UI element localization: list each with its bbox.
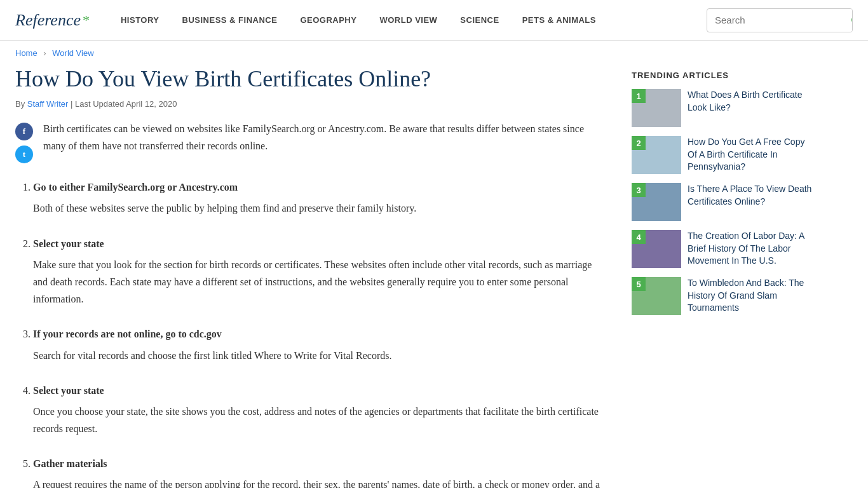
logo-text: Reference: [15, 11, 81, 30]
site-logo[interactable]: Reference*: [15, 11, 89, 30]
nav-geography[interactable]: GEOGRAPHY: [288, 15, 368, 25]
step-body: Once you choose your state, the site sho…: [33, 403, 606, 437]
trending-num: 5: [632, 277, 646, 291]
trending-item[interactable]: 3 Is There A Place To View Death Certifi…: [632, 183, 816, 221]
nav-pets[interactable]: PETS & ANIMALS: [511, 15, 607, 25]
nav-business[interactable]: BUSINESS & FINANCE: [171, 15, 289, 25]
search-input[interactable]: [707, 15, 843, 25]
article-intro: f t Birth certificates can be viewed on …: [15, 120, 606, 163]
step-title: Gather materials: [33, 455, 606, 472]
list-item: Select your stateMake sure that you look…: [33, 235, 606, 308]
meta-sep: | Last Updated: [68, 99, 126, 109]
social-buttons: f t: [15, 123, 33, 163]
sidebar: TRENDING ARTICLES 1 What Does A Birth Ce…: [632, 65, 816, 488]
trending-item[interactable]: 5 To Wimbledon And Back: The History Of …: [632, 277, 816, 315]
trending-num-img: 3: [632, 183, 681, 221]
trending-text[interactable]: How Do You Get A Free Copy Of A Birth Ce…: [688, 136, 816, 173]
trending-item[interactable]: 2 How Do You Get A Free Copy Of A Birth …: [632, 136, 816, 174]
steps-list: Go to either FamilySearch.org or Ancestr…: [15, 179, 606, 488]
breadcrumb-home[interactable]: Home: [15, 48, 37, 58]
trending-num-img: 4: [632, 230, 681, 268]
article-title: How Do You View Birth Certificates Onlin…: [15, 65, 606, 93]
step-body: Search for vital records and choose the …: [33, 347, 606, 364]
nav-science[interactable]: SCIENCE: [449, 15, 510, 25]
breadcrumb-section[interactable]: World View: [52, 48, 93, 58]
meta-author[interactable]: Staff Writer: [27, 99, 69, 109]
trending-num: 2: [632, 136, 646, 150]
trending-text[interactable]: The Creation Of Labor Day: A Brief Histo…: [688, 230, 816, 268]
meta-by: By: [15, 99, 27, 109]
trending-title: TRENDING ARTICLES: [632, 71, 816, 80]
trending-item[interactable]: 4 The Creation Of Labor Day: A Brief His…: [632, 230, 816, 268]
list-item: If your records are not online, go to cd…: [33, 325, 606, 363]
step-title: Go to either FamilySearch.org or Ancestr…: [33, 179, 606, 196]
step-title: Select your state: [33, 382, 606, 399]
main-content: How Do You View Birth Certificates Onlin…: [0, 65, 868, 488]
step-body: Both of these websites serve the public …: [33, 200, 606, 217]
article-steps: Go to either FamilySearch.org or Ancestr…: [15, 179, 606, 488]
search-button[interactable]: [843, 9, 853, 32]
facebook-button[interactable]: f: [15, 123, 33, 140]
nav-history[interactable]: HISTORY: [109, 15, 171, 25]
main-nav: HISTORYBUSINESS & FINANCEGEOGRAPHYWORLD …: [109, 15, 707, 25]
step-title: Select your state: [33, 235, 606, 252]
trending-item[interactable]: 1 What Does A Birth Certificate Look Lik…: [632, 89, 816, 127]
nav-worldview[interactable]: WORLD VIEW: [368, 15, 449, 25]
step-title: If your records are not online, go to cd…: [33, 325, 606, 342]
article-meta: By Staff Writer | Last Updated April 12,…: [15, 99, 606, 109]
twitter-button[interactable]: t: [15, 146, 33, 163]
breadcrumb-sep: ›: [43, 48, 46, 58]
meta-date: April 12, 2020: [126, 99, 177, 109]
trending-num: 4: [632, 230, 646, 244]
site-header: Reference* HISTORYBUSINESS & FINANCEGEOG…: [0, 0, 868, 41]
trending-num-img: 5: [632, 277, 681, 315]
logo-asterisk: *: [82, 12, 89, 29]
search-box: [707, 8, 853, 32]
trending-text[interactable]: What Does A Birth Certificate Look Like?: [688, 89, 816, 114]
step-body: A request requires the name of the perso…: [33, 476, 606, 488]
trending-text[interactable]: Is There A Place To View Death Certifica…: [688, 183, 816, 208]
trending-num: 3: [632, 183, 646, 197]
search-icon: [850, 15, 853, 26]
intro-text: Birth certificates can be viewed on webs…: [15, 120, 606, 154]
breadcrumb: Home › World View: [0, 41, 868, 65]
article: How Do You View Birth Certificates Onlin…: [15, 65, 606, 488]
list-item: Select your stateOnce you choose your st…: [33, 382, 606, 438]
trending-num-img: 1: [632, 89, 681, 127]
step-body: Make sure that you look for the section …: [33, 256, 606, 308]
trending-text[interactable]: To Wimbledon And Back: The History Of Gr…: [688, 277, 816, 315]
list-item: Gather materialsA request requires the n…: [33, 455, 606, 488]
trending-num: 1: [632, 89, 646, 103]
trending-num-img: 2: [632, 136, 681, 174]
list-item: Go to either FamilySearch.org or Ancestr…: [33, 179, 606, 217]
trending-list: 1 What Does A Birth Certificate Look Lik…: [632, 89, 816, 315]
